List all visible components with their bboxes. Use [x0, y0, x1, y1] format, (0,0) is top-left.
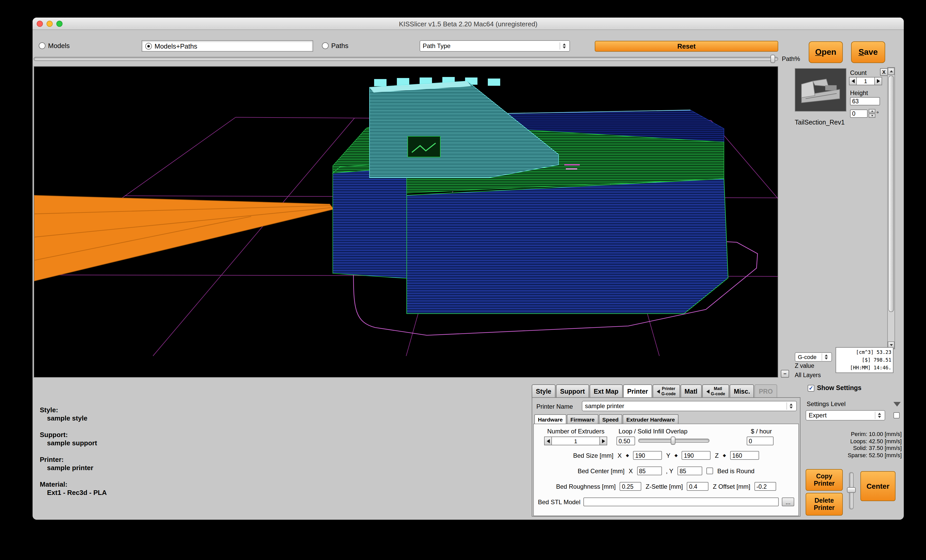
tab-pro[interactable]: PRO — [755, 384, 777, 398]
stepper-diamond-icon[interactable]: ◆ — [675, 453, 678, 458]
delete-printer-button[interactable]: Delete Printer — [806, 493, 843, 516]
stepper-arrows-icon — [822, 353, 829, 360]
remove-model-button[interactable]: X — [880, 68, 888, 76]
bed-stl-field[interactable] — [584, 498, 779, 506]
tab-support[interactable]: Support — [556, 384, 589, 398]
path-type-select[interactable]: Path Type — [419, 40, 570, 51]
models-radio-label: Models — [48, 42, 70, 50]
slider-handle[interactable] — [770, 55, 775, 63]
speed-summary: Perim: 10.00 [mm/s] Loops: 42.50 [mm/s] … — [806, 431, 902, 459]
browse-button[interactable]: ... — [782, 498, 794, 506]
show-settings-control[interactable]: ✓ Show Settings — [808, 384, 861, 392]
time-stat: [HH:MM] 14:46. — [838, 364, 891, 371]
overlap-field[interactable]: 0.50 — [616, 436, 635, 445]
settings-level-select[interactable]: Expert — [806, 410, 885, 421]
printer-summary-label: Printer: — [40, 456, 64, 463]
count-increment-button[interactable] — [874, 77, 882, 85]
printer-name-label: Printer Name — [536, 403, 573, 410]
bed-y-field[interactable]: 190 — [682, 451, 711, 460]
zsettle-field[interactable]: 0.4 — [687, 482, 709, 491]
radio-icon — [39, 42, 45, 49]
zsettle-label: Z-Settle [mm] — [646, 483, 683, 490]
stepper-diamond-icon[interactable]: ◆ — [723, 453, 726, 458]
left-arrow-icon — [657, 389, 660, 394]
slider-handle[interactable] — [671, 436, 675, 445]
path-percent-slider[interactable] — [33, 57, 778, 61]
show-settings-label: Show Settings — [817, 384, 861, 392]
subtab-hardware[interactable]: Hardware — [534, 414, 566, 424]
tab-ext-map[interactable]: Ext Map — [590, 384, 623, 398]
tab-misc[interactable]: Misc. — [730, 384, 754, 398]
tab-printer-gcode[interactable]: Printer G-code — [653, 384, 680, 398]
paths-radio[interactable]: Paths — [322, 42, 348, 50]
panel-vertical-slider[interactable] — [849, 472, 854, 509]
scrollbar-thumb[interactable] — [888, 76, 894, 312]
reset-label: Reset — [678, 42, 696, 50]
bed-x-field[interactable]: 190 — [633, 451, 662, 460]
tab-matl-gcode[interactable]: Matl G-code — [702, 384, 729, 398]
bed-x-label: X — [617, 452, 622, 459]
axis-beam — [34, 195, 334, 281]
center-x-label: X — [629, 467, 633, 475]
height-field[interactable]: 63 — [850, 97, 880, 105]
bed-round-checkbox[interactable] — [707, 468, 713, 474]
tab-matl[interactable]: Matl — [680, 384, 702, 398]
radio-icon — [145, 43, 152, 50]
printer-name-select[interactable]: sample printer — [582, 401, 797, 411]
copy-printer-button[interactable]: Copy Printer — [806, 469, 843, 491]
count-decrement-button[interactable] — [849, 77, 857, 85]
stepper-arrows-icon — [875, 412, 882, 419]
settings-level-dropdown-icon[interactable] — [893, 402, 901, 407]
reset-button[interactable]: Reset — [595, 41, 778, 51]
viewport-3d[interactable] — [33, 66, 778, 378]
center-button[interactable]: Center — [860, 471, 896, 501]
spin-down-icon[interactable] — [869, 114, 875, 118]
viewport-collapse-button[interactable]: − — [781, 370, 789, 378]
model-thumbnail[interactable] — [795, 68, 846, 112]
gcode-select[interactable]: G-code — [795, 352, 832, 362]
subtab-extruder-hardware[interactable]: Extruder Hardware — [623, 414, 678, 424]
overlap-slider[interactable] — [638, 439, 710, 443]
bed-center-row: Bed Center [mm] X 85 , Y 85 Bed is Round — [534, 466, 798, 475]
bed-z-field[interactable]: 160 — [730, 451, 759, 460]
printer-name-value: sample printer — [585, 403, 624, 410]
tab-style[interactable]: Style — [532, 384, 555, 398]
hardware-tab-content: Number of Extruders 1 Loop / Solid Infil… — [533, 424, 799, 516]
num-extruders-value[interactable]: 1 — [552, 436, 599, 445]
settings-lock-checkbox[interactable] — [893, 412, 900, 418]
center-x-field[interactable]: 85 — [637, 466, 662, 475]
extruders-increment-button[interactable] — [599, 436, 607, 445]
settings-level-value: Expert — [809, 412, 826, 419]
material-summary-value: Ext1 - Rec3d - PLA — [47, 489, 107, 496]
model-list-scrollbar[interactable] — [887, 67, 895, 349]
rotation-field[interactable]: 0 — [850, 109, 868, 118]
roughness-field[interactable]: 0.25 — [620, 482, 642, 491]
zoffset-field[interactable]: -0.2 — [755, 482, 776, 491]
height-label: Height — [850, 89, 868, 97]
num-extruders-stepper: 1 — [544, 436, 607, 445]
show-settings-checkbox[interactable]: ✓ — [808, 384, 814, 391]
save-button[interactable]: Save — [851, 41, 885, 63]
center-y-field[interactable]: 85 — [678, 466, 702, 475]
models-radio[interactable]: Models — [39, 42, 70, 50]
scroll-up-button[interactable] — [888, 68, 894, 75]
style-summary-value: sample style — [47, 414, 87, 422]
count-value[interactable]: 1 — [857, 77, 874, 85]
tab-printer[interactable]: Printer — [623, 384, 652, 398]
extruders-decrement-button[interactable] — [544, 436, 552, 445]
hour-cost-field[interactable]: 0 — [747, 436, 773, 445]
slider-handle[interactable] — [847, 487, 856, 493]
subtab-speed[interactable]: Speed — [599, 414, 622, 424]
gcode-select-value: G-code — [798, 354, 816, 360]
left-arrow-icon — [706, 389, 709, 394]
rotation-spinner[interactable] — [869, 109, 875, 118]
support-summary-label: Support: — [40, 431, 68, 439]
overlap-label: Loop / Solid Infill Overlap — [619, 428, 687, 435]
open-button[interactable]: Open — [809, 41, 843, 63]
model-name-label[interactable]: TailSection_Rev1 — [795, 119, 884, 126]
printer-panel: Printer Name sample printer Hardware Fir… — [532, 397, 800, 517]
stepper-diamond-icon[interactable]: ◆ — [626, 453, 629, 458]
models-paths-radio[interactable]: Models+Paths — [145, 42, 197, 50]
subtab-firmware[interactable]: Firmware — [567, 414, 598, 424]
spin-up-icon[interactable] — [869, 109, 875, 113]
